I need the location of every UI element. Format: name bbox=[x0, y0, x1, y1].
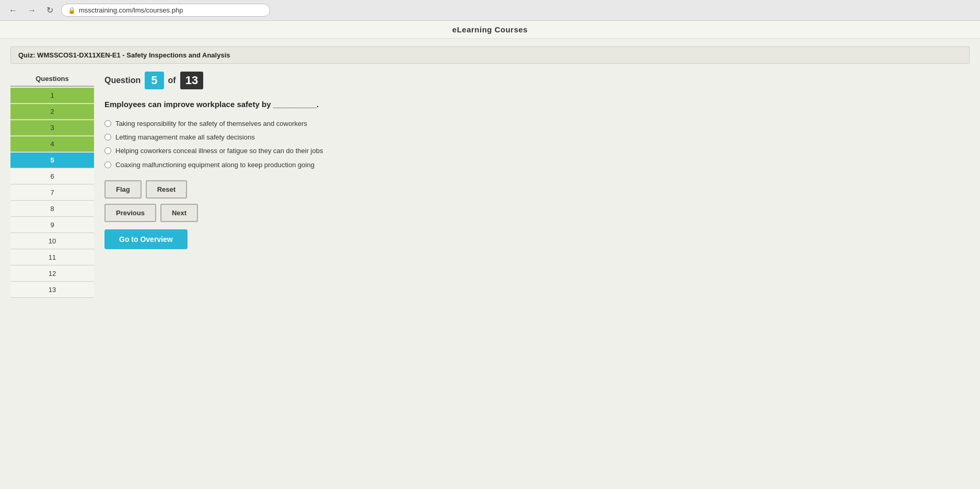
answer-radio-2[interactable] bbox=[104, 134, 111, 141]
total-questions-number: 13 bbox=[180, 72, 203, 89]
question-number-row: Question 5 of 13 bbox=[104, 72, 970, 89]
refresh-button[interactable]: ↻ bbox=[44, 4, 56, 16]
question-list-item-10[interactable]: 10 bbox=[10, 234, 94, 249]
question-list-item-9[interactable]: 9 bbox=[10, 217, 94, 233]
question-list-item-2[interactable]: 2 bbox=[10, 104, 94, 120]
url-text: mssctraining.com/lms/courses.php bbox=[79, 6, 183, 14]
answer-text-4: Coaxing malfunctioning equipment along t… bbox=[115, 160, 314, 170]
question-list-item-6[interactable]: 6 bbox=[10, 169, 94, 184]
next-button[interactable]: Next bbox=[160, 204, 198, 222]
question-label: Question bbox=[104, 76, 141, 85]
answer-option-4[interactable]: Coaxing malfunctioning equipment along t… bbox=[104, 160, 970, 170]
elearning-title: eLearning Courses bbox=[452, 25, 528, 34]
answer-text-1: Taking responsibility for the safety of … bbox=[115, 119, 307, 129]
go-to-overview-button[interactable]: Go to Overview bbox=[104, 229, 188, 249]
previous-button[interactable]: Previous bbox=[104, 204, 156, 222]
answer-radio-1[interactable] bbox=[104, 120, 111, 127]
question-list-panel: Questions 12345678910111213 bbox=[10, 72, 94, 298]
browser-chrome: ← → ↻ 🔒 mssctraining.com/lms/courses.php bbox=[0, 0, 980, 21]
address-bar[interactable]: 🔒 mssctraining.com/lms/courses.php bbox=[61, 4, 270, 17]
flag-button[interactable]: Flag bbox=[104, 180, 142, 199]
back-button[interactable]: ← bbox=[6, 5, 20, 16]
question-list-item-1[interactable]: 1 bbox=[10, 88, 94, 103]
quiz-title: Quiz: WMSSCOS1-DX11XEN-E1 - Safety Inspe… bbox=[18, 51, 230, 59]
question-list-item-3[interactable]: 3 bbox=[10, 120, 94, 136]
current-question-number: 5 bbox=[145, 72, 164, 89]
quiz-content: Questions 12345678910111213 Question 5 o… bbox=[10, 72, 970, 298]
question-list-header: Questions bbox=[10, 72, 94, 87]
answer-option-2[interactable]: Letting management make all safety decis… bbox=[104, 133, 970, 142]
question-list-item-7[interactable]: 7 bbox=[10, 185, 94, 201]
question-list-item-5[interactable]: 5 bbox=[10, 153, 94, 168]
answer-radio-4[interactable] bbox=[104, 161, 111, 168]
answer-text-2: Letting management make all safety decis… bbox=[115, 133, 255, 142]
forward-button[interactable]: → bbox=[25, 5, 39, 16]
quiz-title-bar: Quiz: WMSSCOS1-DX11XEN-E1 - Safety Inspe… bbox=[10, 46, 970, 64]
question-list-item-13[interactable]: 13 bbox=[10, 282, 94, 298]
lock-icon: 🔒 bbox=[68, 7, 76, 14]
answer-radio-3[interactable] bbox=[104, 147, 111, 154]
reset-button[interactable]: Reset bbox=[146, 180, 187, 199]
nav-buttons-row: Previous Next bbox=[104, 204, 970, 222]
question-list-item-4[interactable]: 4 bbox=[10, 136, 94, 152]
question-list-items: 12345678910111213 bbox=[10, 88, 94, 298]
question-list-item-8[interactable]: 8 bbox=[10, 201, 94, 217]
main-question-panel: Question 5 of 13 Employees can improve w… bbox=[104, 72, 970, 298]
answer-option-3[interactable]: Helping coworkers conceal illness or fat… bbox=[104, 146, 970, 156]
question-list-item-12[interactable]: 12 bbox=[10, 266, 94, 282]
answer-options: Taking responsibility for the safety of … bbox=[104, 119, 970, 170]
question-list-item-11[interactable]: 11 bbox=[10, 250, 94, 265]
quiz-wrapper: Quiz: WMSSCOS1-DX11XEN-E1 - Safety Inspe… bbox=[0, 39, 980, 489]
answer-option-1[interactable]: Taking responsibility for the safety of … bbox=[104, 119, 970, 129]
question-text: Employees can improve workplace safety b… bbox=[104, 99, 970, 110]
action-buttons-row: Flag Reset bbox=[104, 180, 970, 199]
answer-text-3: Helping coworkers conceal illness or fat… bbox=[115, 146, 323, 156]
of-label: of bbox=[168, 76, 176, 85]
page-header: eLearning Courses bbox=[0, 21, 980, 39]
